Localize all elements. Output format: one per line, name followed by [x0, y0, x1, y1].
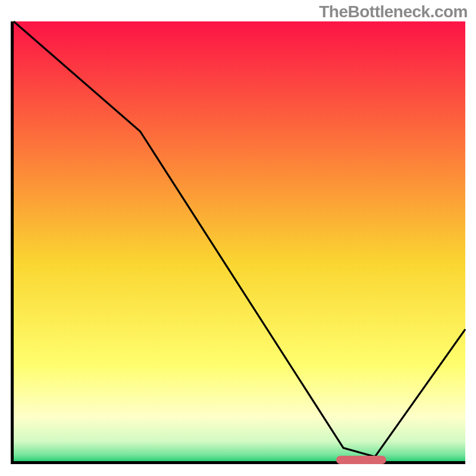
- bottleneck-curve: [14, 21, 465, 461]
- optimal-range-marker: [336, 456, 386, 464]
- plot-area: [11, 21, 465, 464]
- chart-container: TheBottleneck.com: [0, 0, 476, 476]
- watermark-text: TheBottleneck.com: [319, 2, 468, 21]
- curve-path: [14, 21, 465, 457]
